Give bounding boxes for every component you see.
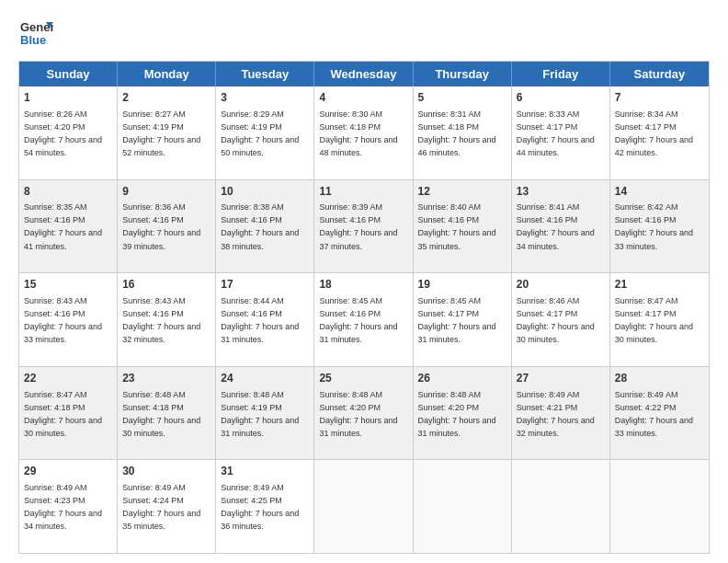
calendar-week-2: 8Sunrise: 8:35 AMSunset: 4:16 PMDaylight… [19,179,709,273]
day-number: 17 [221,277,309,293]
day-number: 8 [24,184,112,200]
calendar-cell: 4Sunrise: 8:30 AMSunset: 4:18 PMDaylight… [314,86,413,179]
calendar-cell: 6Sunrise: 8:33 AMSunset: 4:17 PMDaylight… [512,86,610,179]
calendar-week-3: 15Sunrise: 8:43 AMSunset: 4:16 PMDayligh… [19,272,709,366]
calendar-cell: 9Sunrise: 8:36 AMSunset: 4:16 PMDaylight… [118,180,216,273]
cell-info: Sunrise: 8:41 AMSunset: 4:16 PMDaylight:… [517,202,595,250]
calendar-cell: 3Sunrise: 8:29 AMSunset: 4:19 PMDaylight… [216,86,314,179]
calendar-week-4: 22Sunrise: 8:47 AMSunset: 4:18 PMDayligh… [19,366,709,460]
calendar-week-5: 29Sunrise: 8:49 AMSunset: 4:23 PMDayligh… [19,459,709,553]
day-number: 6 [517,90,605,106]
day-number: 16 [122,277,210,293]
calendar-cell: 30Sunrise: 8:49 AMSunset: 4:24 PMDayligh… [118,460,216,553]
cell-info: Sunrise: 8:35 AMSunset: 4:16 PMDaylight:… [24,202,102,250]
calendar-cell: 20Sunrise: 8:46 AMSunset: 4:17 PMDayligh… [512,273,610,366]
calendar-cell [314,460,413,553]
day-number: 31 [221,464,309,479]
calendar-cell [512,460,610,553]
day-number: 9 [122,184,210,200]
calendar-cell: 19Sunrise: 8:45 AMSunset: 4:17 PMDayligh… [414,273,512,366]
day-number: 29 [24,464,112,479]
day-number: 1 [24,90,112,106]
cell-info: Sunrise: 8:33 AMSunset: 4:17 PMDaylight:… [517,109,595,157]
header-day-thursday: Thursday [414,62,512,86]
header-day-friday: Friday [512,62,610,86]
cell-info: Sunrise: 8:30 AMSunset: 4:18 PMDaylight:… [319,109,397,157]
calendar-cell: 29Sunrise: 8:49 AMSunset: 4:23 PMDayligh… [19,460,118,553]
header-day-saturday: Saturday [610,62,709,86]
header: General Blue [18,15,710,53]
cell-info: Sunrise: 8:47 AMSunset: 4:18 PMDaylight:… [24,390,102,438]
cell-info: Sunrise: 8:36 AMSunset: 4:16 PMDaylight:… [122,202,200,250]
calendar-header-row: SundayMondayTuesdayWednesdayThursdayFrid… [19,62,709,86]
day-number: 26 [418,371,506,386]
day-number: 28 [615,371,704,386]
cell-info: Sunrise: 8:43 AMSunset: 4:16 PMDaylight:… [122,296,200,344]
calendar-cell: 8Sunrise: 8:35 AMSunset: 4:16 PMDaylight… [19,180,118,273]
cell-info: Sunrise: 8:48 AMSunset: 4:19 PMDaylight:… [221,390,299,438]
calendar-cell: 18Sunrise: 8:45 AMSunset: 4:16 PMDayligh… [314,273,413,366]
calendar-cell: 31Sunrise: 8:49 AMSunset: 4:25 PMDayligh… [216,460,314,553]
cell-info: Sunrise: 8:43 AMSunset: 4:16 PMDaylight:… [24,296,102,344]
calendar-cell: 13Sunrise: 8:41 AMSunset: 4:16 PMDayligh… [512,180,610,273]
day-number: 12 [418,184,506,200]
cell-info: Sunrise: 8:34 AMSunset: 4:17 PMDaylight:… [615,109,693,157]
day-number: 10 [221,184,309,200]
cell-info: Sunrise: 8:48 AMSunset: 4:20 PMDaylight:… [418,390,496,438]
calendar-cell: 15Sunrise: 8:43 AMSunset: 4:16 PMDayligh… [19,273,118,366]
calendar-cell: 5Sunrise: 8:31 AMSunset: 4:18 PMDaylight… [414,86,512,179]
logo-icon: General Blue [18,15,53,50]
svg-text:Blue: Blue [20,33,46,47]
calendar-cell: 1Sunrise: 8:26 AMSunset: 4:20 PMDaylight… [19,86,118,179]
calendar-cell: 24Sunrise: 8:48 AMSunset: 4:19 PMDayligh… [216,367,314,460]
header-day-wednesday: Wednesday [314,62,413,86]
cell-info: Sunrise: 8:38 AMSunset: 4:16 PMDaylight:… [221,202,299,250]
calendar-cell: 28Sunrise: 8:49 AMSunset: 4:22 PMDayligh… [610,367,709,460]
cell-info: Sunrise: 8:42 AMSunset: 4:16 PMDaylight:… [615,202,693,250]
day-number: 25 [319,371,407,386]
day-number: 19 [418,277,506,293]
logo: General Blue [18,15,53,53]
calendar-cell: 14Sunrise: 8:42 AMSunset: 4:16 PMDayligh… [610,180,709,273]
day-number: 20 [517,277,605,293]
calendar-cell: 2Sunrise: 8:27 AMSunset: 4:19 PMDaylight… [118,86,216,179]
calendar-cell: 11Sunrise: 8:39 AMSunset: 4:16 PMDayligh… [314,180,413,273]
calendar: SundayMondayTuesdayWednesdayThursdayFrid… [18,61,710,554]
cell-info: Sunrise: 8:44 AMSunset: 4:16 PMDaylight:… [221,296,299,344]
calendar-cell [610,460,709,553]
calendar-cell: 10Sunrise: 8:38 AMSunset: 4:16 PMDayligh… [216,180,314,273]
calendar-cell: 21Sunrise: 8:47 AMSunset: 4:17 PMDayligh… [610,273,709,366]
day-number: 14 [615,184,704,200]
cell-info: Sunrise: 8:27 AMSunset: 4:19 PMDaylight:… [122,109,200,157]
day-number: 21 [615,277,704,293]
cell-info: Sunrise: 8:49 AMSunset: 4:23 PMDaylight:… [24,483,102,531]
cell-info: Sunrise: 8:46 AMSunset: 4:17 PMDaylight:… [517,296,595,344]
calendar-cell: 25Sunrise: 8:48 AMSunset: 4:20 PMDayligh… [314,367,413,460]
day-number: 4 [319,90,407,106]
cell-info: Sunrise: 8:49 AMSunset: 4:21 PMDaylight:… [517,390,595,438]
cell-info: Sunrise: 8:40 AMSunset: 4:16 PMDaylight:… [418,202,496,250]
day-number: 15 [24,277,112,293]
cell-info: Sunrise: 8:48 AMSunset: 4:18 PMDaylight:… [122,390,200,438]
day-number: 30 [122,464,210,479]
day-number: 13 [517,184,605,200]
day-number: 11 [319,184,407,200]
calendar-cell: 17Sunrise: 8:44 AMSunset: 4:16 PMDayligh… [216,273,314,366]
calendar-cell: 23Sunrise: 8:48 AMSunset: 4:18 PMDayligh… [118,367,216,460]
day-number: 2 [122,90,210,106]
day-number: 22 [24,371,112,386]
calendar-cell: 16Sunrise: 8:43 AMSunset: 4:16 PMDayligh… [118,273,216,366]
day-number: 23 [122,371,210,386]
calendar-week-1: 1Sunrise: 8:26 AMSunset: 4:20 PMDaylight… [19,86,709,179]
calendar-cell: 27Sunrise: 8:49 AMSunset: 4:21 PMDayligh… [512,367,610,460]
cell-info: Sunrise: 8:49 AMSunset: 4:24 PMDaylight:… [122,483,200,531]
day-number: 24 [221,371,309,386]
cell-info: Sunrise: 8:39 AMSunset: 4:16 PMDaylight:… [319,202,397,250]
day-number: 18 [319,277,407,293]
cell-info: Sunrise: 8:29 AMSunset: 4:19 PMDaylight:… [221,109,299,157]
calendar-body: 1Sunrise: 8:26 AMSunset: 4:20 PMDaylight… [19,86,709,553]
day-number: 3 [221,90,309,106]
cell-info: Sunrise: 8:49 AMSunset: 4:22 PMDaylight:… [615,390,693,438]
calendar-cell: 7Sunrise: 8:34 AMSunset: 4:17 PMDaylight… [610,86,709,179]
day-number: 5 [418,90,506,106]
